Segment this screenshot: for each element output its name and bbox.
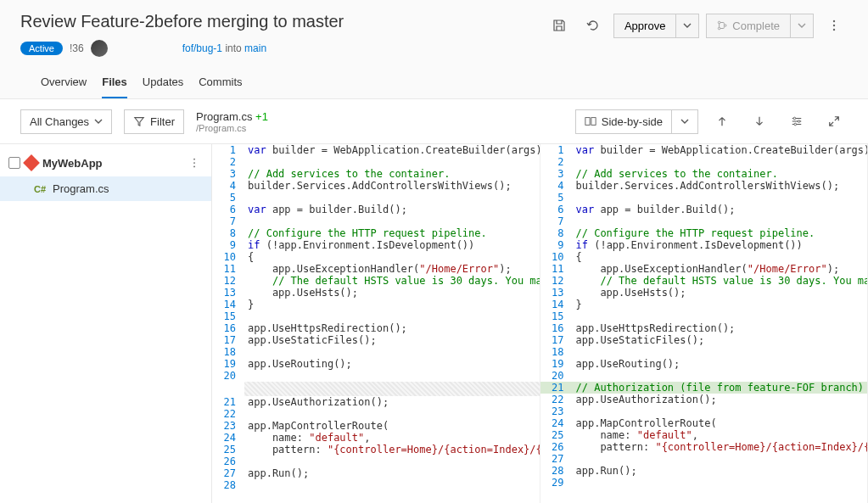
code-line[interactable]: 24app.MapControllerRoute( xyxy=(540,417,868,429)
tree-project-row[interactable]: MyWebApp xyxy=(0,149,211,176)
code-line[interactable]: 6var app = builder.Build(); xyxy=(212,204,540,215)
code-line[interactable]: 2 xyxy=(540,156,868,168)
code-line[interactable]: 6var app = builder.Build(); xyxy=(540,204,868,215)
code-line[interactable]: 5 xyxy=(212,192,540,204)
code-line[interactable]: 5 xyxy=(540,192,868,204)
undo-icon[interactable] xyxy=(580,12,607,39)
code-line[interactable]: 17app.UseStaticFiles(); xyxy=(212,334,540,346)
tree-file-item[interactable]: C# Program.cs xyxy=(0,176,211,201)
status-badge: Active xyxy=(20,42,63,55)
code-line[interactable]: 23 xyxy=(540,405,868,417)
code-line[interactable]: 2 xyxy=(212,156,540,168)
code-line[interactable]: 21// Authorization (file from feature-FO… xyxy=(540,382,868,394)
code-line[interactable]: 21app.UseAuthorization(); xyxy=(212,396,540,408)
next-diff-icon[interactable] xyxy=(746,108,773,135)
code-line[interactable]: 28app.Run(); xyxy=(540,465,868,477)
more-icon[interactable] xyxy=(820,12,848,39)
tab-overview[interactable]: Overview xyxy=(41,67,87,98)
code-line[interactable]: 28 xyxy=(212,479,540,491)
code-line[interactable]: 27 xyxy=(540,453,868,465)
code-line[interactable]: 16app.UseHttpsRedirection(); xyxy=(212,322,540,334)
svg-point-10 xyxy=(794,123,797,126)
tree-more-icon[interactable] xyxy=(186,154,203,171)
save-icon[interactable] xyxy=(546,12,573,39)
code-line[interactable]: 8// Configure the HTTP request pipeline. xyxy=(540,227,868,239)
code-line[interactable]: 10{ xyxy=(212,251,540,263)
filter-button[interactable]: Filter xyxy=(124,109,184,134)
pr-title: Review Feature-2before merging to master xyxy=(20,12,344,31)
project-checkbox[interactable] xyxy=(8,157,20,169)
code-line[interactable]: 4builder.Services.AddControllersWithView… xyxy=(540,180,868,192)
code-line[interactable]: 18 xyxy=(212,346,540,358)
all-changes-dropdown[interactable]: All Changes xyxy=(20,109,112,134)
code-line[interactable]: 25 name: "default", xyxy=(540,429,868,441)
chevron-down-icon xyxy=(94,117,103,126)
code-line[interactable]: 11 app.UseExceptionHandler("/Home/Error"… xyxy=(540,263,868,275)
code-line[interactable]: 12 // The default HSTS value is 30 days.… xyxy=(540,275,868,287)
code-line[interactable]: 26 xyxy=(212,455,540,467)
code-line[interactable]: 15 xyxy=(212,310,540,322)
tab-commits[interactable]: Commits xyxy=(199,67,242,98)
avatar[interactable] xyxy=(91,40,108,57)
code-line[interactable]: 14} xyxy=(212,299,540,310)
code-line[interactable]: 19app.UseRouting(); xyxy=(540,358,868,370)
code-line[interactable]: 22app.UseAuthorization(); xyxy=(540,394,868,405)
code-line[interactable]: 9if (!app.Environment.IsDevelopment()) xyxy=(212,239,540,251)
fullscreen-icon[interactable] xyxy=(820,108,848,135)
code-line[interactable]: 25 pattern: "{controller=Home}/{action=I… xyxy=(212,444,540,455)
code-line[interactable]: 3// Add services to the container. xyxy=(212,168,540,180)
code-line[interactable]: 24 name: "default", xyxy=(212,432,540,444)
code-line[interactable]: 8// Configure the HTTP request pipeline. xyxy=(212,227,540,239)
code-line[interactable]: 14} xyxy=(540,299,868,310)
code-line[interactable]: 26 pattern: "{controller=Home}/{action=I… xyxy=(540,441,868,453)
code-line[interactable]: 17app.UseStaticFiles(); xyxy=(540,334,868,346)
code-line[interactable]: 7 xyxy=(212,215,540,227)
svg-point-0 xyxy=(719,21,721,24)
code-line[interactable]: 13 app.UseHsts(); xyxy=(212,287,540,299)
code-line[interactable]: 27app.Run(); xyxy=(212,467,540,479)
filter-icon xyxy=(133,115,145,127)
code-line[interactable]: 7 xyxy=(540,215,868,227)
target-branch[interactable]: main xyxy=(244,42,266,54)
code-line[interactable]: 9if (!app.Environment.IsDevelopment()) xyxy=(540,239,868,251)
code-line[interactable]: 16app.UseHttpsRedirection(); xyxy=(540,322,868,334)
side-by-side-icon xyxy=(585,115,596,127)
complete-button[interactable]: Complete xyxy=(706,14,790,38)
settings-icon[interactable] xyxy=(783,108,810,135)
svg-point-13 xyxy=(193,166,195,168)
code-line[interactable]: 1var builder = WebApplication.CreateBuil… xyxy=(212,144,540,156)
code-line[interactable]: 11 app.UseExceptionHandler("/Home/Error"… xyxy=(212,263,540,275)
code-line[interactable]: 23app.MapControllerRoute( xyxy=(212,420,540,432)
code-line[interactable]: 29 xyxy=(540,477,868,489)
code-line[interactable]: 10{ xyxy=(540,251,868,263)
code-line[interactable]: 20 xyxy=(540,370,868,382)
code-line[interactable]: 18 xyxy=(540,346,868,358)
tab-files[interactable]: Files xyxy=(102,67,127,98)
approve-chevron[interactable] xyxy=(675,14,699,38)
svg-point-4 xyxy=(833,25,835,26)
view-mode-chevron[interactable] xyxy=(671,109,698,134)
code-line[interactable]: 3// Add services to the container. xyxy=(540,168,868,180)
complete-chevron[interactable] xyxy=(790,14,814,38)
code-line[interactable]: 19app.UseRouting(); xyxy=(212,358,540,370)
git-icon xyxy=(23,154,40,171)
diff-right-pane[interactable]: 1var builder = WebApplication.CreateBuil… xyxy=(540,144,869,503)
code-line[interactable]: 13 app.UseHsts(); xyxy=(540,287,868,299)
code-line[interactable] xyxy=(212,382,540,396)
code-line[interactable]: 12 // The default HSTS value is 30 days.… xyxy=(212,275,540,287)
cs-file-icon: C# xyxy=(34,184,46,194)
tabs: OverviewFilesUpdatesCommits xyxy=(20,67,848,98)
code-line[interactable]: 22 xyxy=(212,408,540,420)
approve-button[interactable]: Approve xyxy=(613,14,675,38)
file-breadcrumb: Program.cs +1 /Program.cs xyxy=(196,110,268,133)
code-line[interactable]: 20 xyxy=(212,370,540,382)
code-line[interactable]: 15 xyxy=(540,310,868,322)
view-mode-dropdown[interactable]: Side-by-side xyxy=(575,109,671,134)
code-line[interactable]: 1var builder = WebApplication.CreateBuil… xyxy=(540,144,868,156)
tab-updates[interactable]: Updates xyxy=(143,67,183,98)
svg-point-11 xyxy=(193,159,195,160)
source-branch[interactable]: fof/bug-1 xyxy=(182,42,222,54)
diff-left-pane[interactable]: 1var builder = WebApplication.CreateBuil… xyxy=(212,144,540,503)
code-line[interactable]: 4builder.Services.AddControllersWithView… xyxy=(212,180,540,192)
prev-diff-icon[interactable] xyxy=(708,108,736,135)
